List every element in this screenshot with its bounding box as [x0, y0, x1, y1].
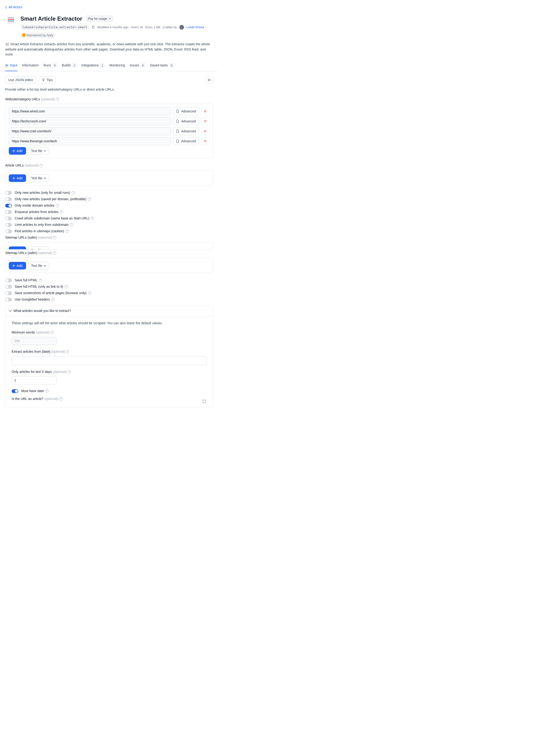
plus-icon	[12, 177, 15, 179]
section-header[interactable]: What articles would you like to extract?	[5, 305, 213, 316]
text-file-button[interactable]: Text file	[28, 262, 49, 269]
url-input[interactable]	[9, 137, 171, 145]
toggle-only-new-small[interactable]	[5, 191, 12, 195]
avatar	[179, 25, 184, 30]
delete-button[interactable]	[201, 117, 209, 125]
help-icon[interactable]: ?	[67, 370, 71, 374]
json-editor-button[interactable]: Use JSON editor	[5, 76, 36, 84]
tab-runs[interactable]: Runs8	[43, 61, 57, 71]
chevron-down-icon	[44, 177, 46, 179]
help-icon[interactable]: ?	[53, 252, 56, 255]
sitemap-urls-panel: Add Text file	[5, 257, 213, 273]
delete-button[interactable]	[201, 127, 209, 135]
add-button[interactable]: Add	[9, 247, 26, 250]
text-file-button[interactable]: Text file	[28, 147, 49, 155]
help-icon[interactable]: ?	[70, 223, 73, 227]
advanced-button[interactable]: Advanced	[173, 117, 199, 125]
chevron-down-icon	[108, 18, 111, 19]
toggle-find-sitemaps[interactable]	[5, 230, 12, 233]
help-icon[interactable]: ?	[65, 285, 68, 288]
help-icon[interactable]: ?	[71, 191, 75, 195]
toggle-must-have-date[interactable]	[12, 389, 18, 393]
toggle-enqueue[interactable]	[5, 210, 12, 214]
add-button[interactable]: Add	[9, 147, 26, 155]
back-link[interactable]: All Actors	[5, 5, 22, 10]
text-file-button[interactable]: Text file	[28, 247, 49, 250]
help-icon[interactable]: ?	[40, 164, 43, 167]
close-icon	[204, 120, 207, 122]
plus-icon	[12, 149, 15, 152]
runs-label: Runs 1.5M	[146, 25, 160, 30]
tab-integrations[interactable]: Integrations1	[81, 61, 105, 71]
chevron-left-icon	[5, 6, 7, 9]
help-icon[interactable]: ?	[39, 279, 42, 282]
document-icon	[176, 129, 179, 133]
last-x-days-input[interactable]	[12, 376, 57, 384]
sitemap-urls-panel-clipped: Add Text file	[5, 242, 213, 250]
text-file-button[interactable]: Text file	[28, 175, 49, 182]
expand-button[interactable]	[205, 76, 213, 84]
toggle-crawl-subdomain[interactable]	[5, 217, 12, 220]
url-input[interactable]	[9, 107, 171, 115]
help-icon[interactable]: ?	[59, 397, 62, 401]
help-icon[interactable]: ?	[91, 217, 94, 220]
help-icon[interactable]: ?	[51, 298, 55, 301]
toggle-only-new-domain[interactable]	[5, 197, 12, 201]
svg-point-1	[43, 79, 44, 80]
help-icon[interactable]: ?	[88, 291, 91, 295]
chevron-double-right-icon	[207, 79, 211, 81]
help-icon[interactable]: ?	[60, 210, 63, 214]
advanced-button[interactable]: Advanced	[173, 107, 199, 115]
tab-issues[interactable]: Issues0	[130, 61, 145, 71]
tab-saved-tasks[interactable]: Saved tasks0	[150, 61, 174, 71]
toggle-limit-subdomain[interactable]	[5, 223, 12, 227]
tab-input[interactable]: Input	[5, 61, 17, 71]
plus-icon	[12, 264, 15, 267]
min-words-input[interactable]	[12, 337, 57, 345]
help-icon[interactable]: ?	[66, 230, 69, 233]
sitemap-urls-label: Sitemap URLs (safer) (optional) ?	[5, 235, 213, 240]
help-icon[interactable]: ?	[45, 390, 49, 393]
url-input[interactable]	[9, 127, 171, 135]
document-icon	[176, 140, 179, 143]
help-icon[interactable]: ?	[56, 98, 59, 101]
help-icon[interactable]: ?	[56, 204, 59, 207]
article-urls-panel: Add Text file	[5, 170, 213, 185]
crafted-by-label: Crafted by	[163, 25, 177, 30]
advanced-button[interactable]: Advanced	[173, 127, 199, 135]
url-row: Advanced	[9, 137, 209, 145]
url-row: Advanced	[9, 117, 209, 125]
help-icon[interactable]: ?	[53, 236, 56, 239]
actor-icon	[5, 14, 16, 26]
back-link-label: All Actors	[9, 5, 22, 10]
tab-monitoring[interactable]: Monitoring	[109, 61, 125, 71]
delete-button[interactable]	[201, 137, 209, 145]
copy-icon[interactable]	[92, 26, 95, 29]
add-button[interactable]: Add	[9, 262, 26, 269]
toggle-only-inside-domain[interactable]	[5, 204, 12, 207]
expand-icon[interactable]	[202, 399, 206, 403]
pricing-badge[interactable]: Pay for usage	[86, 15, 113, 22]
help-text: Provide either a list top level website/…	[5, 87, 213, 92]
toggle-save-screenshots[interactable]	[5, 291, 12, 295]
website-urls-label: Website/category URLs (optional) ?	[5, 97, 213, 102]
author-link[interactable]: Lukáš Křivka	[186, 25, 204, 30]
extract-date-input[interactable]	[12, 356, 207, 365]
help-icon[interactable]: ?	[66, 350, 69, 353]
tab-information[interactable]: Information	[22, 61, 39, 71]
is-url-label: Is the URL an article? (optional) ?	[12, 396, 207, 401]
advanced-button[interactable]: Advanced	[173, 137, 199, 145]
help-icon[interactable]: ?	[50, 331, 54, 334]
actor-slug: lukaskrivka/article-extractor-smart	[20, 24, 89, 30]
toggle-save-html-link[interactable]	[5, 285, 12, 289]
url-input[interactable]	[9, 117, 171, 125]
toggle-save-html[interactable]	[5, 279, 12, 282]
tips-button[interactable]: Tips	[39, 76, 56, 84]
tab-builds[interactable]: Builds2	[62, 61, 77, 71]
add-button[interactable]: Add	[9, 175, 26, 182]
delete-button[interactable]	[201, 107, 209, 115]
toggle-googlebot[interactable]	[5, 298, 12, 302]
section-desc: These settings will tell the actor what …	[12, 321, 207, 326]
document-icon	[176, 120, 179, 123]
help-icon[interactable]: ?	[88, 198, 91, 201]
